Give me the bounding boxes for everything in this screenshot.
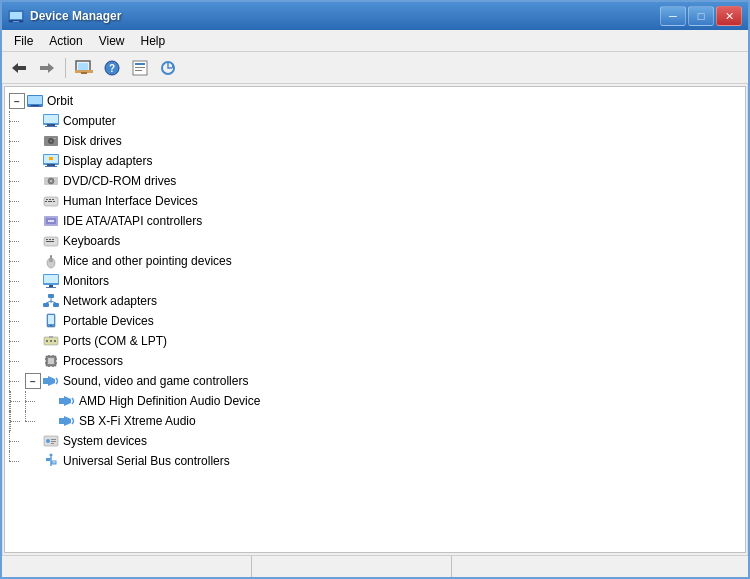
window-icon [8,8,24,24]
help-button[interactable]: ? [99,55,125,81]
tree-row-network[interactable]: Network adapters [5,291,745,311]
tree-label-usb: Universal Serial Bus controllers [63,454,230,468]
icon-amd-audio [59,393,75,409]
tree-row-dvd[interactable]: DVD/CD-ROM drives [5,171,745,191]
back-button[interactable] [6,55,32,81]
connector-dvd [9,171,25,191]
device-tree[interactable]: − Orbit [4,86,746,553]
tree-row-ide[interactable]: IDE ATA/ATAPI controllers [5,211,745,231]
menu-view[interactable]: View [91,30,133,51]
tree-label-processors: Processors [63,354,123,368]
status-segment-2 [252,556,452,577]
menu-action[interactable]: Action [41,30,90,51]
tree-label-sound: Sound, video and game controllers [63,374,248,388]
tree-label-amd-audio: AMD High Definition Audio Device [79,394,260,408]
tree-row-processors[interactable]: Processors [5,351,745,371]
svg-rect-89 [59,398,64,404]
icon-sound [43,373,59,389]
connector-disk [9,131,25,151]
svg-rect-61 [49,285,53,287]
maximize-button[interactable]: □ [688,6,714,26]
tree-row-portable[interactable]: Portable Devices [5,311,745,331]
svg-rect-71 [50,325,52,326]
tree-row-ports[interactable]: Ports (COM & LPT) [5,331,745,351]
tree-row-mice[interactable]: Mice and other pointing devices [5,251,745,271]
icon-system [43,433,59,449]
icon-hid [43,193,59,209]
connector-system [9,431,25,451]
svg-rect-7 [40,66,49,70]
svg-rect-36 [49,157,53,160]
tree-row-computer[interactable]: Computer [5,111,745,131]
svg-rect-9 [78,63,88,70]
expander-orbit[interactable]: − [9,93,25,109]
tree-row-keyboards[interactable]: Keyboards [5,231,745,251]
icon-computer [43,113,59,129]
svg-rect-82 [56,362,57,364]
icon-network [43,293,59,309]
tree-row-orbit[interactable]: − Orbit [5,91,745,111]
close-button[interactable]: ✕ [716,6,742,26]
tree-label-sb-audio: SB X-Fi Xtreme Audio [79,414,196,428]
svg-text:?: ? [109,63,115,74]
tree-label-hid: Human Interface Devices [63,194,198,208]
svg-rect-54 [46,241,54,242]
tree-row-sound[interactable]: − Sound, video and game controllers [5,371,745,391]
tree-row-usb[interactable]: Universal Serial Bus controllers [5,451,745,471]
icon-mice [43,253,59,269]
menu-file[interactable]: File [6,30,41,51]
svg-point-75 [54,340,56,342]
svg-rect-17 [135,70,142,71]
svg-rect-53 [52,239,54,240]
tree-label-orbit: Orbit [47,94,73,108]
svg-rect-15 [135,63,145,65]
icon-processors [43,353,59,369]
svg-rect-87 [43,378,48,384]
tree-row-hid[interactable]: Human Interface Devices [5,191,745,211]
connector-ports [9,331,25,351]
properties-button[interactable] [127,55,153,81]
svg-rect-58 [50,255,52,258]
svg-marker-92 [64,416,71,426]
svg-rect-1 [10,12,22,19]
tree-row-sb-audio[interactable]: SB X-Fi Xtreme Audio [5,411,745,431]
svg-point-39 [50,180,52,182]
tree-row-amd-audio[interactable]: AMD High Definition Audio Device [5,391,745,411]
connector-ide [9,211,25,231]
tree-label-ports: Ports (COM & LPT) [63,334,167,348]
connector-sound-parent2 [9,411,25,431]
icon-monitors [43,273,59,289]
connector-portable [9,311,25,331]
svg-point-94 [46,439,50,443]
icon-sb-audio [59,413,75,429]
update-button[interactable] [155,55,181,81]
tree-row-monitors[interactable]: Monitors [5,271,745,291]
tree-label-dvd: DVD/CD-ROM drives [63,174,176,188]
status-segment-1 [2,556,252,577]
svg-rect-51 [46,239,48,240]
tree-label-network: Network adapters [63,294,157,308]
tree-label-ide: IDE ATA/ATAPI controllers [63,214,202,228]
expander-sound[interactable]: − [25,373,41,389]
tree-row-disk-drives[interactable]: Disk drives [5,131,745,151]
svg-rect-26 [47,124,55,126]
connector-monitors [9,271,25,291]
connector-sound [9,371,25,391]
minimize-button[interactable]: ─ [660,6,686,26]
menu-bar: File Action View Help [2,30,748,52]
svg-rect-95 [51,439,56,440]
svg-rect-21 [28,96,42,104]
svg-rect-25 [44,115,58,123]
tree-row-system[interactable]: System devices [5,431,745,451]
tree-label-monitors: Monitors [63,274,109,288]
forward-button[interactable] [34,55,60,81]
tree-label-computer: Computer [63,114,116,128]
tree-label-mice: Mice and other pointing devices [63,254,232,268]
refresh-button[interactable] [71,55,97,81]
menu-help[interactable]: Help [133,30,174,51]
svg-rect-52 [49,239,51,240]
svg-rect-85 [48,366,50,367]
tree-row-display[interactable]: Display adapters [5,151,745,171]
title-bar-left: Device Manager [8,8,121,24]
svg-rect-83 [48,355,50,356]
